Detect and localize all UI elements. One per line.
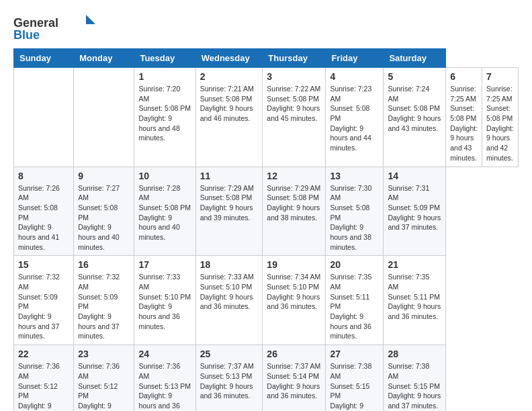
day-number: 15 [18,259,69,270]
weekday-header-friday: Friday [326,49,384,68]
day-cell-12: 12Sunrise: 7:29 AMSunset: 5:08 PMDayligh… [263,167,326,256]
day-cell-25: 25Sunrise: 7:37 AMSunset: 5:13 PMDayligh… [195,345,263,411]
day-cell-16: 16Sunrise: 7:32 AMSunset: 5:09 PMDayligh… [74,256,134,345]
day-cell-7: 7Sunrise: 7:25 AMSunset: 5:08 PMDaylight… [482,68,519,167]
day-info: Sunrise: 7:37 AMSunset: 5:14 PMDaylight:… [267,361,321,401]
day-number: 21 [388,259,441,270]
page-header: General Blue [13,13,519,42]
logo: General Blue [13,13,94,42]
day-number: 12 [267,171,321,181]
day-cell-28: 28Sunrise: 7:38 AMSunset: 5:15 PMDayligh… [384,345,446,411]
day-number: 27 [330,349,379,359]
weekday-header-thursday: Thursday [263,49,326,68]
day-info: Sunrise: 7:28 AMSunset: 5:08 PMDaylight:… [138,183,191,242]
day-cell-17: 17Sunrise: 7:33 AMSunset: 5:10 PMDayligh… [134,256,195,345]
weekday-header-row: SundayMondayTuesdayWednesdayThursdayFrid… [14,49,519,68]
day-info: Sunrise: 7:31 AMSunset: 5:09 PMDaylight:… [388,183,441,232]
day-cell-6: 6Sunrise: 7:25 AMSunset: 5:08 PMDaylight… [446,68,482,167]
week-row-1: 1Sunrise: 7:20 AMSunset: 5:08 PMDaylight… [14,68,519,167]
day-number: 20 [330,259,379,270]
day-number: 10 [138,171,191,181]
day-number: 26 [267,349,321,359]
empty-cell [74,68,134,167]
day-cell-23: 23Sunrise: 7:36 AMSunset: 5:12 PMDayligh… [74,345,134,411]
day-cell-27: 27Sunrise: 7:38 AMSunset: 5:15 PMDayligh… [326,345,384,411]
day-number: 18 [200,259,259,270]
day-number: 23 [78,349,130,359]
logo-mark: General Blue [13,13,94,42]
day-number: 3 [267,71,321,82]
day-number: 4 [330,71,379,82]
day-cell-9: 9Sunrise: 7:27 AMSunset: 5:08 PMDaylight… [74,167,134,256]
day-cell-22: 22Sunrise: 7:36 AMSunset: 5:12 PMDayligh… [14,345,74,411]
weekday-header-tuesday: Tuesday [134,49,195,68]
day-info: Sunrise: 7:36 AMSunset: 5:12 PMDaylight:… [78,361,130,411]
svg-text:General: General [13,16,58,30]
svg-marker-2 [86,15,95,24]
day-info: Sunrise: 7:23 AMSunset: 5:08 PMDaylight:… [330,84,379,153]
day-number: 5 [388,71,441,82]
day-info: Sunrise: 7:22 AMSunset: 5:08 PMDaylight:… [267,84,321,124]
day-info: Sunrise: 7:30 AMSunset: 5:08 PMDaylight:… [330,183,379,253]
day-info: Sunrise: 7:35 AMSunset: 5:11 PMDaylight:… [330,272,379,341]
weekday-header-wednesday: Wednesday [195,49,263,68]
day-number: 2 [200,71,259,82]
week-row-2: 8Sunrise: 7:26 AMSunset: 5:08 PMDaylight… [14,167,519,256]
day-info: Sunrise: 7:29 AMSunset: 5:08 PMDaylight:… [200,183,259,223]
day-info: Sunrise: 7:36 AMSunset: 5:12 PMDaylight:… [18,361,69,411]
day-info: Sunrise: 7:32 AMSunset: 5:09 PMDaylight:… [78,272,130,341]
day-cell-15: 15Sunrise: 7:32 AMSunset: 5:09 PMDayligh… [14,256,74,345]
day-cell-10: 10Sunrise: 7:28 AMSunset: 5:08 PMDayligh… [134,167,195,256]
day-cell-21: 21Sunrise: 7:35 AMSunset: 5:11 PMDayligh… [384,256,446,345]
day-number: 22 [18,349,69,359]
day-info: Sunrise: 7:21 AMSunset: 5:08 PMDaylight:… [200,84,259,124]
day-number: 13 [330,171,379,181]
day-info: Sunrise: 7:27 AMSunset: 5:08 PMDaylight:… [78,183,130,253]
day-cell-20: 20Sunrise: 7:35 AMSunset: 5:11 PMDayligh… [326,256,384,345]
day-cell-8: 8Sunrise: 7:26 AMSunset: 5:08 PMDaylight… [14,167,74,256]
day-info: Sunrise: 7:32 AMSunset: 5:09 PMDaylight:… [18,272,69,341]
svg-text:Blue: Blue [13,28,40,42]
day-cell-18: 18Sunrise: 7:33 AMSunset: 5:10 PMDayligh… [195,256,263,345]
day-info: Sunrise: 7:20 AMSunset: 5:08 PMDaylight:… [138,84,191,143]
day-number: 9 [78,171,130,181]
weekday-header-saturday: Saturday [384,49,446,68]
day-info: Sunrise: 7:36 AMSunset: 5:13 PMDaylight:… [138,361,191,411]
weekday-header-sunday: Sunday [14,49,74,68]
day-cell-4: 4Sunrise: 7:23 AMSunset: 5:08 PMDaylight… [326,68,384,167]
day-info: Sunrise: 7:24 AMSunset: 5:08 PMDaylight:… [388,84,441,133]
day-number: 17 [138,259,191,270]
weekday-header-monday: Monday [74,49,134,68]
day-number: 11 [200,171,259,181]
day-cell-3: 3Sunrise: 7:22 AMSunset: 5:08 PMDaylight… [263,68,326,167]
day-number: 19 [267,259,321,270]
week-row-4: 22Sunrise: 7:36 AMSunset: 5:12 PMDayligh… [14,345,519,411]
day-number: 6 [450,71,478,82]
empty-cell [14,68,74,167]
day-info: Sunrise: 7:37 AMSunset: 5:13 PMDaylight:… [200,361,259,401]
day-info: Sunrise: 7:33 AMSunset: 5:10 PMDaylight:… [200,272,259,312]
day-cell-13: 13Sunrise: 7:30 AMSunset: 5:08 PMDayligh… [326,167,384,256]
day-number: 8 [18,171,69,181]
day-info: Sunrise: 7:34 AMSunset: 5:10 PMDaylight:… [267,272,321,312]
day-info: Sunrise: 7:35 AMSunset: 5:11 PMDaylight:… [388,272,441,321]
day-cell-14: 14Sunrise: 7:31 AMSunset: 5:09 PMDayligh… [384,167,446,256]
day-number: 1 [138,71,191,82]
day-info: Sunrise: 7:26 AMSunset: 5:08 PMDaylight:… [18,183,69,253]
day-number: 24 [138,349,191,359]
day-cell-5: 5Sunrise: 7:24 AMSunset: 5:08 PMDaylight… [384,68,446,167]
day-cell-24: 24Sunrise: 7:36 AMSunset: 5:13 PMDayligh… [134,345,195,411]
day-cell-2: 2Sunrise: 7:21 AMSunset: 5:08 PMDaylight… [195,68,263,167]
day-info: Sunrise: 7:25 AMSunset: 5:08 PMDaylight:… [486,84,514,163]
day-info: Sunrise: 7:29 AMSunset: 5:08 PMDaylight:… [267,183,321,223]
day-info: Sunrise: 7:33 AMSunset: 5:10 PMDaylight:… [138,272,191,331]
week-row-3: 15Sunrise: 7:32 AMSunset: 5:09 PMDayligh… [14,256,519,345]
day-number: 14 [388,171,441,181]
day-number: 28 [388,349,441,359]
day-info: Sunrise: 7:38 AMSunset: 5:15 PMDaylight:… [388,361,441,410]
day-info: Sunrise: 7:25 AMSunset: 5:08 PMDaylight:… [450,84,478,163]
day-number: 7 [486,71,514,82]
day-cell-19: 19Sunrise: 7:34 AMSunset: 5:10 PMDayligh… [263,256,326,345]
day-info: Sunrise: 7:38 AMSunset: 5:15 PMDaylight:… [330,361,379,411]
day-cell-1: 1Sunrise: 7:20 AMSunset: 5:08 PMDaylight… [134,68,195,167]
